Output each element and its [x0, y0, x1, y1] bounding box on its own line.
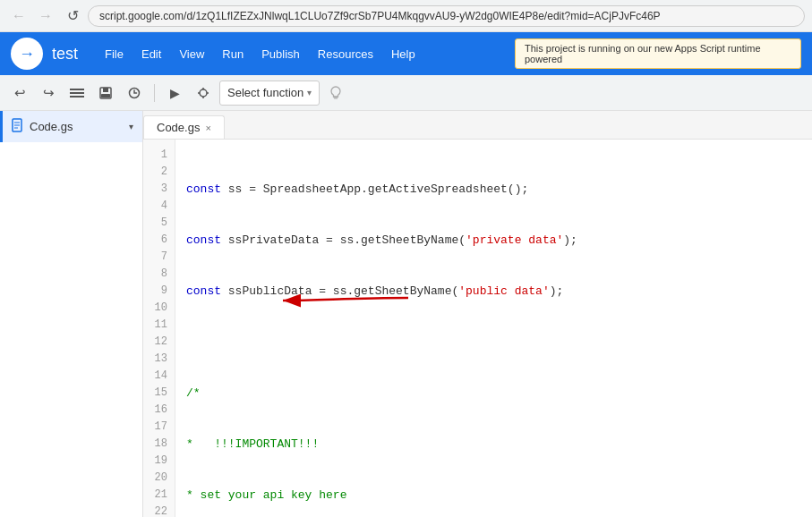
- line-numbers: 1 2 3 4 5 6 7 8 9 10 11 12 13 14 15 16 1…: [143, 140, 175, 517]
- lightbulb-button[interactable]: [323, 81, 348, 106]
- select-function-label: Select function: [227, 86, 303, 99]
- menu-help[interactable]: Help: [382, 44, 424, 64]
- code-line-2: const ssPrivateData = ss.getSheetByName(…: [186, 232, 801, 249]
- menu-run[interactable]: Run: [213, 44, 252, 64]
- code-content[interactable]: const ss = SpreadsheetApp.getActiveSprea…: [175, 140, 812, 517]
- sidebar-file-arrow: ▾: [129, 122, 133, 131]
- app-title: test: [52, 45, 78, 64]
- history-button[interactable]: [122, 81, 147, 106]
- undo-button[interactable]: ↩: [7, 81, 32, 106]
- code-line-3: const ssPublicData = ss.getSheetByName('…: [186, 283, 801, 300]
- code-line-4: [186, 334, 801, 351]
- svg-rect-12: [334, 97, 338, 98]
- save-button[interactable]: [93, 81, 118, 106]
- debug-button[interactable]: [191, 81, 216, 106]
- sidebar-file-item[interactable]: Code.gs ▾: [0, 111, 142, 142]
- notification-banner: This project is running on our new Apps …: [515, 38, 801, 69]
- select-function-dropdown[interactable]: Select function ▾: [219, 81, 320, 106]
- code-line-7: * set your api key here: [186, 487, 801, 504]
- svg-rect-13: [334, 97, 338, 98]
- svg-rect-0: [70, 89, 84, 90]
- menu-bar: File Edit View Run Publish Resources Hel…: [96, 44, 424, 64]
- menu-publish[interactable]: Publish: [252, 44, 309, 64]
- file-icon: [12, 118, 24, 135]
- dropdown-arrow-icon: ▾: [307, 88, 312, 97]
- redo-button[interactable]: ↪: [36, 81, 61, 106]
- code-line-1: const ss = SpreadsheetApp.getActiveSprea…: [186, 181, 801, 198]
- menu-resources[interactable]: Resources: [309, 44, 382, 64]
- sidebar-filename: Code.gs: [30, 120, 73, 133]
- menu-edit[interactable]: Edit: [132, 44, 170, 64]
- run-button[interactable]: ▶: [162, 81, 187, 106]
- app-logo: →: [11, 38, 43, 70]
- tab-filename: Code.gs: [157, 121, 200, 134]
- editor: Code.gs × 1 2 3 4 5 6 7 8 9 10 11 12 13 …: [143, 111, 812, 517]
- indent-button[interactable]: [64, 81, 90, 106]
- svg-rect-5: [101, 94, 110, 97]
- sidebar: Code.gs ▾: [0, 111, 143, 517]
- editor-tabs: Code.gs ×: [143, 111, 812, 140]
- back-button[interactable]: ←: [7, 4, 30, 28]
- svg-rect-2: [70, 96, 84, 97]
- svg-point-7: [200, 89, 207, 97]
- code-line-5: /*: [186, 385, 801, 402]
- url-bar[interactable]: [88, 5, 805, 27]
- tab-close-button[interactable]: ×: [205, 123, 210, 133]
- forward-button[interactable]: →: [34, 4, 57, 28]
- refresh-button[interactable]: ↺: [61, 4, 84, 28]
- logo-arrow-icon: →: [19, 45, 35, 64]
- editor-tab-code[interactable]: Code.gs ×: [143, 115, 225, 139]
- svg-rect-4: [103, 88, 108, 92]
- menu-view[interactable]: View: [170, 44, 213, 64]
- menu-file[interactable]: File: [96, 44, 132, 64]
- svg-rect-1: [70, 92, 84, 94]
- code-line-6: * !!!IMPORTANT!!!: [186, 436, 801, 453]
- toolbar: ↩ ↪ ▶ Select function ▾: [0, 75, 812, 111]
- toolbar-separator-1: [154, 84, 155, 102]
- code-area[interactable]: 1 2 3 4 5 6 7 8 9 10 11 12 13 14 15 16 1…: [143, 140, 812, 517]
